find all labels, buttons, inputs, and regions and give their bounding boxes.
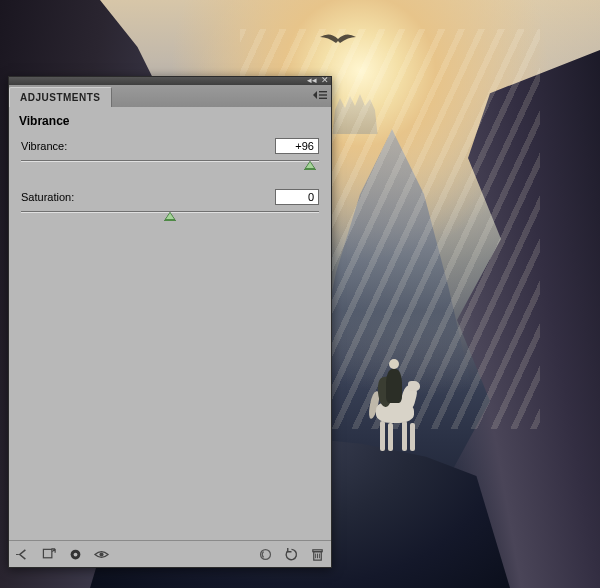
- vibrance-slider-thumb[interactable]: [304, 161, 316, 170]
- saturation-slider-track[interactable]: [21, 208, 319, 222]
- tab-adjustments[interactable]: ADJUSTMENTS: [9, 87, 112, 107]
- svg-rect-1: [319, 94, 327, 95]
- adjustments-panel: ◂◂ ✕ ADJUSTMENTS Vibrance Vibrance: Satu…: [8, 76, 332, 568]
- vibrance-control: Vibrance:: [21, 138, 319, 171]
- vibrance-input[interactable]: [275, 138, 319, 154]
- view-previous-icon[interactable]: [257, 546, 273, 562]
- clip-to-layer-icon[interactable]: [67, 546, 83, 562]
- svg-rect-3: [43, 549, 51, 557]
- vibrance-slider-track[interactable]: [21, 157, 319, 171]
- svg-point-6: [99, 552, 103, 556]
- bird-icon: [318, 29, 358, 53]
- back-arrow-icon[interactable]: [15, 546, 31, 562]
- panel-tab-row: ADJUSTMENTS: [9, 85, 331, 107]
- mountain-center: [312, 129, 472, 389]
- saturation-slider-thumb[interactable]: [164, 212, 176, 221]
- panel-footer: [9, 540, 331, 567]
- svg-point-5: [73, 552, 77, 556]
- trash-icon[interactable]: [309, 546, 325, 562]
- distant-castle: [330, 94, 380, 134]
- panel-topbar[interactable]: ◂◂ ✕: [9, 77, 331, 85]
- close-icon[interactable]: ✕: [321, 75, 329, 85]
- expand-view-icon[interactable]: [41, 546, 57, 562]
- adjustment-title: Vibrance: [9, 107, 331, 138]
- reset-icon[interactable]: [283, 546, 299, 562]
- vibrance-label: Vibrance:: [21, 140, 67, 152]
- svg-rect-2: [319, 98, 327, 99]
- controls-area: Vibrance: Saturation:: [9, 138, 331, 520]
- eye-icon[interactable]: [93, 546, 109, 562]
- panel-menu-icon[interactable]: [313, 89, 327, 103]
- collapse-icon[interactable]: ◂◂: [307, 75, 317, 85]
- saturation-control: Saturation:: [21, 189, 319, 222]
- saturation-label: Saturation:: [21, 191, 74, 203]
- saturation-input[interactable]: [275, 189, 319, 205]
- svg-rect-9: [312, 549, 321, 551]
- svg-rect-0: [319, 91, 327, 92]
